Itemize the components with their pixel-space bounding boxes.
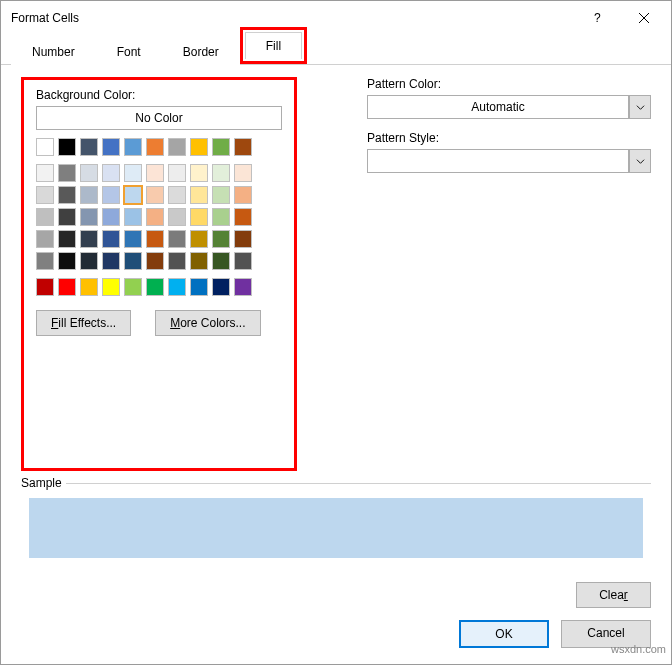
color-swatch[interactable] bbox=[58, 278, 76, 296]
color-swatch[interactable] bbox=[36, 230, 54, 248]
color-swatch[interactable] bbox=[124, 138, 142, 156]
color-swatch[interactable] bbox=[212, 230, 230, 248]
ok-button[interactable]: OK bbox=[459, 620, 549, 648]
color-swatch[interactable] bbox=[102, 186, 120, 204]
color-swatch[interactable] bbox=[168, 186, 186, 204]
tab-number[interactable]: Number bbox=[11, 38, 96, 65]
color-swatch[interactable] bbox=[146, 164, 164, 182]
color-swatch[interactable] bbox=[168, 252, 186, 270]
color-swatch[interactable] bbox=[234, 208, 252, 226]
color-swatch[interactable] bbox=[234, 252, 252, 270]
color-swatch[interactable] bbox=[168, 164, 186, 182]
color-swatch[interactable] bbox=[146, 230, 164, 248]
color-swatch[interactable] bbox=[36, 208, 54, 226]
color-swatch[interactable] bbox=[80, 230, 98, 248]
pattern-style-value bbox=[367, 149, 629, 173]
color-swatch[interactable] bbox=[124, 164, 142, 182]
color-swatch[interactable] bbox=[58, 252, 76, 270]
color-swatch[interactable] bbox=[234, 230, 252, 248]
more-colors-button[interactable]: More Colors... bbox=[155, 310, 260, 336]
color-swatch[interactable] bbox=[58, 230, 76, 248]
color-swatch[interactable] bbox=[212, 164, 230, 182]
pattern-style-combo[interactable] bbox=[367, 149, 651, 173]
color-swatch[interactable] bbox=[168, 208, 186, 226]
titlebar: Format Cells ? bbox=[1, 1, 671, 35]
color-swatch[interactable] bbox=[36, 164, 54, 182]
format-cells-dialog: Format Cells ? Number Font Border Fill B… bbox=[0, 0, 672, 665]
color-swatch[interactable] bbox=[36, 186, 54, 204]
color-swatch[interactable] bbox=[190, 138, 208, 156]
color-swatch[interactable] bbox=[124, 230, 142, 248]
color-swatch[interactable] bbox=[212, 278, 230, 296]
color-swatch[interactable] bbox=[212, 138, 230, 156]
dialog-body: Background Color: No Color Fill Effects.… bbox=[1, 65, 671, 483]
svg-text:?: ? bbox=[594, 12, 601, 24]
color-swatch[interactable] bbox=[80, 208, 98, 226]
tab-fill[interactable]: Fill bbox=[245, 32, 302, 59]
color-swatch[interactable] bbox=[36, 138, 54, 156]
color-swatch[interactable] bbox=[190, 164, 208, 182]
color-swatch[interactable] bbox=[58, 138, 76, 156]
color-swatch[interactable] bbox=[124, 208, 142, 226]
color-swatch[interactable] bbox=[146, 252, 164, 270]
color-swatch[interactable] bbox=[168, 138, 186, 156]
annotation-highlight-panel: Background Color: No Color Fill Effects.… bbox=[21, 77, 297, 471]
color-swatch[interactable] bbox=[190, 186, 208, 204]
color-swatch[interactable] bbox=[102, 138, 120, 156]
color-swatch[interactable] bbox=[212, 252, 230, 270]
tab-border[interactable]: Border bbox=[162, 38, 240, 65]
color-swatch[interactable] bbox=[80, 186, 98, 204]
color-swatch[interactable] bbox=[80, 278, 98, 296]
color-swatch[interactable] bbox=[80, 252, 98, 270]
color-swatch[interactable] bbox=[102, 230, 120, 248]
color-swatch[interactable] bbox=[102, 164, 120, 182]
color-swatch[interactable] bbox=[58, 164, 76, 182]
color-swatch[interactable] bbox=[234, 164, 252, 182]
color-swatch[interactable] bbox=[212, 186, 230, 204]
pattern-style-dropdown-button[interactable] bbox=[629, 149, 651, 173]
color-swatch[interactable] bbox=[190, 230, 208, 248]
close-button[interactable] bbox=[621, 3, 667, 33]
pattern-color-dropdown-button[interactable] bbox=[629, 95, 651, 119]
color-swatch[interactable] bbox=[234, 138, 252, 156]
color-swatch[interactable] bbox=[124, 252, 142, 270]
theme-shades bbox=[36, 164, 282, 270]
color-swatch[interactable] bbox=[234, 278, 252, 296]
pattern-color-combo[interactable]: Automatic bbox=[367, 95, 651, 119]
color-swatch[interactable] bbox=[146, 138, 164, 156]
color-swatch[interactable] bbox=[58, 208, 76, 226]
color-swatch[interactable] bbox=[102, 208, 120, 226]
watermark: wsxdn.com bbox=[611, 643, 666, 655]
sample-label: Sample bbox=[21, 476, 66, 490]
annotation-highlight-tab: Fill bbox=[240, 27, 307, 64]
color-swatch[interactable] bbox=[102, 252, 120, 270]
color-swatch[interactable] bbox=[190, 278, 208, 296]
color-swatch[interactable] bbox=[124, 278, 142, 296]
color-swatch[interactable] bbox=[146, 208, 164, 226]
color-swatch[interactable] bbox=[36, 252, 54, 270]
color-swatch[interactable] bbox=[124, 186, 142, 204]
tab-font[interactable]: Font bbox=[96, 38, 162, 65]
no-color-button[interactable]: No Color bbox=[36, 106, 282, 130]
color-swatch[interactable] bbox=[168, 278, 186, 296]
color-swatch[interactable] bbox=[102, 278, 120, 296]
theme-colors bbox=[36, 138, 282, 156]
fill-effects-button[interactable]: Fill Effects... bbox=[36, 310, 131, 336]
color-swatch[interactable] bbox=[212, 208, 230, 226]
color-swatch[interactable] bbox=[80, 164, 98, 182]
color-swatch[interactable] bbox=[146, 186, 164, 204]
color-swatch[interactable] bbox=[234, 186, 252, 204]
color-swatch[interactable] bbox=[36, 278, 54, 296]
pattern-color-value: Automatic bbox=[367, 95, 629, 119]
fill-button-row: Fill Effects... More Colors... bbox=[36, 310, 282, 336]
color-swatch[interactable] bbox=[190, 208, 208, 226]
background-color-label: Background Color: bbox=[36, 88, 282, 102]
color-swatch[interactable] bbox=[146, 278, 164, 296]
color-swatch[interactable] bbox=[168, 230, 186, 248]
color-swatch[interactable] bbox=[58, 186, 76, 204]
color-swatch[interactable] bbox=[80, 138, 98, 156]
help-button[interactable]: ? bbox=[575, 3, 621, 33]
clear-button[interactable]: Clear bbox=[576, 582, 651, 608]
color-swatch[interactable] bbox=[190, 252, 208, 270]
close-icon bbox=[638, 12, 650, 24]
